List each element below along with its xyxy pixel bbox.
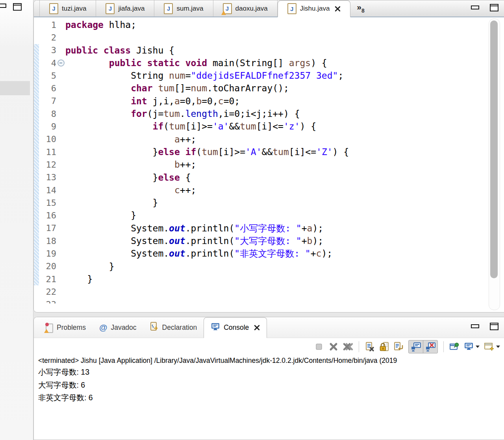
code-line[interactable]: 8 for(j=tum.length,i=0;i<j;i++) { <box>34 107 487 120</box>
code-text[interactable]: package hlha; <box>65 18 487 31</box>
code-text[interactable]: } <box>65 273 487 285</box>
change-bar <box>34 31 39 44</box>
code-text[interactable]: public class Jishu { <box>65 44 487 57</box>
change-bar <box>34 298 39 303</box>
maximize-view-icon[interactable] <box>13 3 22 12</box>
code-text[interactable]: public static void main(String[] args) { <box>65 57 487 69</box>
code-line[interactable]: 23 <box>34 298 487 303</box>
dropdown-arrow-icon[interactable] <box>496 346 500 348</box>
code-line[interactable]: 15 } <box>34 196 487 209</box>
code-line[interactable]: 22 <box>34 285 487 298</box>
code-line[interactable]: 6 char tum[]=num.toCharArray(); <box>34 82 487 94</box>
tab-daoxu-java[interactable]: J daoxu.java <box>213 0 278 17</box>
change-bar <box>34 120 39 133</box>
code-line[interactable]: 11 }else if(tum[i]>='A'&&tum[i]<='Z') { <box>34 146 487 158</box>
change-bar <box>34 273 39 285</box>
code-text[interactable]: System.out.println("非英文字母数: "+c); <box>65 247 487 260</box>
toolbar-separator <box>359 341 359 352</box>
scrollbar-thumb[interactable] <box>490 20 498 278</box>
code-text[interactable]: }else { <box>65 171 487 184</box>
close-tab-icon[interactable] <box>254 325 260 331</box>
code-line[interactable]: 17 System.out.println("小写字母数: "+a); <box>34 222 487 235</box>
pin-console-button[interactable] <box>449 342 460 352</box>
code-line[interactable]: 14 c++; <box>34 184 487 196</box>
code-line[interactable]: 1package hlha; <box>34 18 487 31</box>
scroll-lock-button[interactable] <box>379 342 389 352</box>
display-selected-console-button[interactable] <box>464 342 480 352</box>
tab-sum-java[interactable]: J sum.java <box>154 0 213 17</box>
open-console-button[interactable] <box>484 342 500 352</box>
tab-problems[interactable]: Problems <box>38 317 93 338</box>
code-text[interactable]: }else if(tum[i]>='A'&&tum[i]<='Z') { <box>65 146 487 158</box>
editor-tab-bar: J tuzi.java J jiafa.java J sum.java J da… <box>34 0 504 17</box>
problems-icon <box>44 323 53 332</box>
code-line[interactable]: 16 } <box>34 209 487 222</box>
code-text[interactable]: int j,i,a=0,b=0,c=0; <box>65 95 487 107</box>
remove-launch-button[interactable] <box>328 342 339 352</box>
code-line[interactable]: 20 } <box>34 260 487 273</box>
tab-jishu-java[interactable]: J Jishu.java <box>278 0 351 17</box>
tab-label: Javadoc <box>111 324 136 332</box>
minimize-editor-icon[interactable] <box>471 4 479 11</box>
code-text[interactable]: System.out.println("小写字母数: "+a); <box>65 222 487 235</box>
line-number: 16 <box>39 211 56 220</box>
tab-tuzi-java[interactable]: J tuzi.java <box>39 0 96 17</box>
code-line[interactable]: 7 int j,i,a=0,b=0,c=0; <box>34 95 487 107</box>
code-text[interactable]: String num="ddejidsEFALDFfnef2357 3ed"; <box>65 69 487 82</box>
java-file-icon: J <box>287 3 296 14</box>
code-line[interactable]: 5 String num="ddejidsEFALDFfnef2357 3ed"… <box>34 69 487 82</box>
tab-label: Declaration <box>162 324 197 332</box>
collapse-toggle-icon[interactable] <box>57 59 65 67</box>
code-line[interactable]: 4 public static void main(String[] args)… <box>34 57 487 69</box>
tab-overflow-button[interactable]: » 8 <box>357 4 364 14</box>
dropdown-arrow-icon[interactable] <box>476 346 480 348</box>
maximize-console-icon[interactable] <box>490 323 498 332</box>
close-tab-icon[interactable] <box>335 6 341 12</box>
tab-console[interactable]: Console <box>204 317 267 338</box>
code-line[interactable]: 19 System.out.println("非英文字母数: "+c); <box>34 247 487 260</box>
show-console-stdout-button[interactable] <box>409 340 423 353</box>
code-line[interactable]: 21 } <box>34 273 487 285</box>
line-number: 19 <box>39 249 56 259</box>
clear-console-button[interactable] <box>365 342 375 352</box>
code-line[interactable]: 18 System.out.println("大写字母数: "+b); <box>34 235 487 247</box>
line-number: 10 <box>39 134 56 144</box>
code-line[interactable]: 13 }else { <box>34 171 487 184</box>
code-text[interactable]: System.out.println("大写字母数: "+b); <box>65 235 487 247</box>
code-line[interactable]: 2 <box>34 31 487 44</box>
tab-label: Problems <box>57 324 86 332</box>
code-line[interactable]: 9 if(tum[i]>='a'&&tum[i]<='z') { <box>34 120 487 133</box>
code-text[interactable]: } <box>65 196 487 209</box>
show-console-stderr-button[interactable] <box>423 340 437 353</box>
tab-label: tuzi.java <box>62 5 86 13</box>
code-line[interactable]: 12 b++; <box>34 158 487 171</box>
code-text[interactable]: a++; <box>65 133 487 146</box>
code-text[interactable]: } <box>65 260 487 273</box>
code-line[interactable]: 10 a++; <box>34 133 487 146</box>
minimize-console-icon[interactable] <box>471 323 479 332</box>
code-text[interactable]: for(j=tum.length,i=0;i<j;i++) { <box>65 107 487 120</box>
collapsed-view-placeholder[interactable] <box>0 81 30 95</box>
tab-jiafa-java[interactable]: J jiafa.java <box>96 0 154 17</box>
change-bar <box>34 95 39 107</box>
code-text[interactable]: char tum[]=num.toCharArray(); <box>65 82 487 94</box>
word-wrap-button[interactable] <box>394 342 404 352</box>
java-file-warning-icon: J <box>223 3 232 14</box>
line-number: 1 <box>39 20 56 30</box>
code-text[interactable]: c++; <box>65 184 487 196</box>
code-editor[interactable]: 1package hlha;23public class Jishu {4 pu… <box>34 17 504 303</box>
code-text[interactable]: b++; <box>65 158 487 171</box>
code-lines: 1package hlha;23public class Jishu {4 pu… <box>34 18 487 303</box>
maximize-editor-icon[interactable] <box>490 4 498 13</box>
terminate-button[interactable] <box>314 342 324 352</box>
tab-javadoc[interactable]: @ Javadoc <box>93 317 143 338</box>
console-output[interactable]: 小写字母数: 13 大写字母数: 6 非英文字母数: 6 <box>34 366 504 404</box>
remove-all-terminated-button[interactable] <box>343 342 353 352</box>
code-text[interactable]: if(tum[i]>='a'&&tum[i]<='z') { <box>65 120 487 133</box>
line-number: 8 <box>39 109 56 119</box>
editor-scrollbar[interactable] <box>489 18 500 310</box>
code-line[interactable]: 3public class Jishu { <box>34 44 487 57</box>
tab-declaration[interactable]: Declaration <box>143 317 204 338</box>
code-text[interactable]: } <box>65 209 487 222</box>
restore-view-icon[interactable] <box>0 4 6 8</box>
